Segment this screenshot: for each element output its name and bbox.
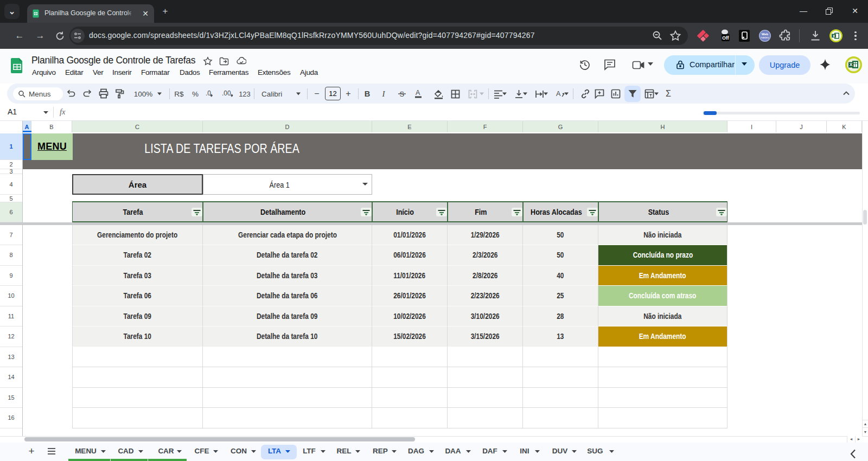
svg-text:A: A xyxy=(416,89,420,97)
svg-text:Off: Off xyxy=(722,35,729,41)
svg-text:.0: .0 xyxy=(206,89,211,97)
svg-text:Web: Web xyxy=(762,33,769,36)
svg-text:A: A xyxy=(556,90,561,98)
svg-text:.00: .00 xyxy=(222,89,231,97)
svg-text:X: X xyxy=(850,62,853,67)
svg-text:X: X xyxy=(833,34,835,38)
svg-text:mastery: mastery xyxy=(761,36,770,39)
